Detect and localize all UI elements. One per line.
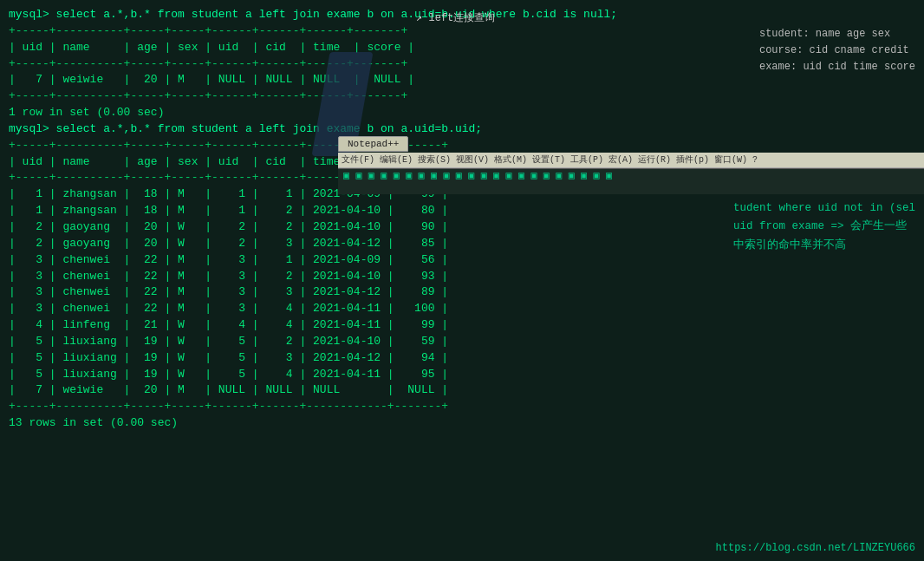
left-join-label: left连接查询 — [428, 12, 495, 24]
table-row: | 3 | chenwei | 22 | M | 3 | 3 | 2021-04… — [9, 284, 915, 301]
schema-course: course: cid cname credit — [759, 42, 915, 59]
notepad-body: ▣ ▣ ▣ ▣ ▣ ▣ ▣ ▣ ▣ ▣ ▣ ▣ ▣ ▣ ▣ ▣ ▣ ▣ ▣ ▣ … — [338, 168, 924, 194]
schema-info: student: name age sex course: cid cname … — [759, 26, 915, 76]
notepad-menu: 文件(F) 编辑(E) 搜索(S) 视图(V) 格式(M) 设置(T) 工具(P… — [338, 155, 758, 165]
url-label: https://blog.csdn.net/LINZEYU666 — [716, 542, 915, 554]
terminal-window: mysql> select a.*,b.* from student a lef… — [0, 0, 924, 561]
comment-line1: tudent where uid not in (sel — [733, 199, 915, 218]
table-row: | 5 | liuxiang | 19 | W | 5 | 2 | 2021-0… — [9, 334, 915, 350]
schema-student: student: name age sex — [759, 26, 915, 42]
comment-line2: uid from exame => 会产生一些 — [733, 218, 915, 236]
terminal-line: 1 row in set (0.00 sec) — [9, 105, 915, 121]
terminal-line: +-----+----------+-----+-----+------+---… — [9, 399, 915, 415]
notepad-toolbar: 文件(F) 编辑(E) 搜索(S) 视图(V) 格式(M) 设置(T) 工具(P… — [338, 153, 924, 168]
terminal-line: mysql> select a.*,b.* from student a lef… — [9, 121, 915, 138]
table-row: | 5 | liuxiang | 19 | W | 5 | 4 | 2021-0… — [9, 367, 915, 383]
terminal-line: +-----+----------+-----+-----+------+---… — [9, 88, 915, 105]
table-row: | 3 | chenwei | 22 | M | 3 | 4 | 2021-04… — [9, 301, 915, 317]
comment-line3: 中索引的命中率并不高 — [733, 237, 915, 255]
left-join-arrow: ↗ left连接查询 — [416, 10, 495, 25]
table-row: | 4 | linfeng | 21 | W | 4 | 4 | 2021-04… — [9, 317, 915, 334]
notepad-titlebar: Notepad++ — [338, 136, 408, 152]
terminal-line: 13 rows in set (0.00 sec) — [9, 415, 915, 432]
schema-exame: exame: uid cid time score — [759, 59, 915, 75]
terminal-line: +-----+----------+-----+-----+------+---… — [9, 138, 915, 154]
table-row: | 5 | liuxiang | 19 | W | 5 | 3 | 2021-0… — [9, 350, 915, 367]
table-row: | 7 | weiwie | 20 | M | NULL | NULL | NU… — [9, 382, 915, 399]
notepad-icons: ▣ ▣ ▣ ▣ ▣ ▣ ▣ ▣ ▣ ▣ ▣ ▣ ▣ ▣ ▣ ▣ ▣ ▣ ▣ ▣ … — [338, 170, 612, 182]
comment-overlay: tudent where uid not in (sel uid from ex… — [733, 199, 915, 255]
notepad-title: Notepad++ — [348, 139, 399, 149]
table-row: | 3 | chenwei | 22 | M | 3 | 2 | 2021-04… — [9, 269, 915, 285]
